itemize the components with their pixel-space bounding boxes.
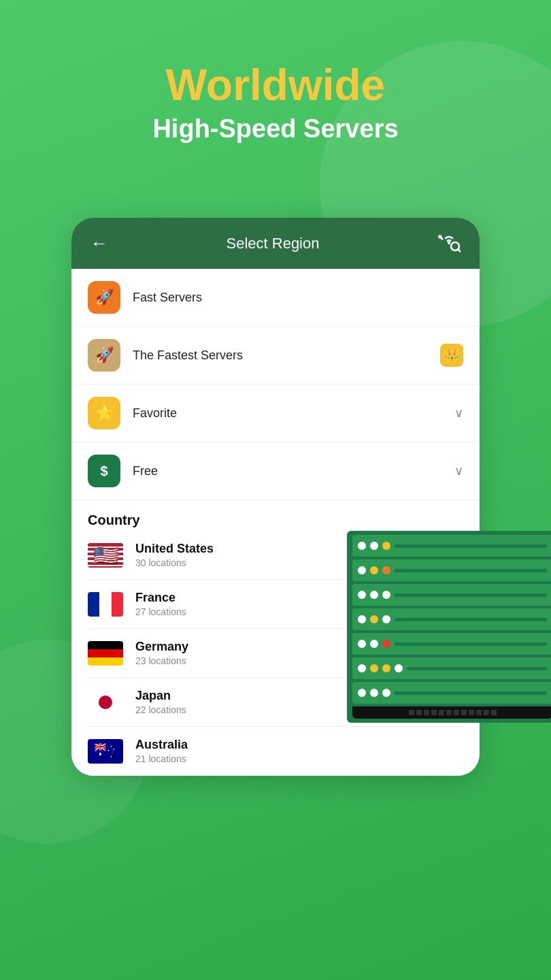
rack-row (352, 608, 551, 630)
rack-dot (370, 689, 378, 697)
rack-dot (370, 615, 378, 623)
rack-dot (370, 640, 378, 648)
hero-section: Worldwide High-Speed Servers (0, 0, 551, 144)
rack-dot (382, 615, 390, 623)
country-name-us: United States (135, 542, 214, 556)
country-info-us: United States 30 locations (135, 542, 214, 568)
crown-icon: 👑 (440, 344, 463, 367)
server-rack-illustration (347, 531, 551, 723)
rack-dot (382, 566, 390, 574)
rack-dot (358, 566, 366, 574)
country-name-au: Australia (135, 738, 188, 752)
free-label: Free (133, 464, 454, 478)
country-locs-au: 21 locations (135, 753, 188, 764)
wifi-search-icon (437, 234, 461, 253)
rack-row (352, 535, 551, 557)
rack-dot (370, 591, 378, 599)
wifi-search-icon-wrapper (437, 234, 461, 253)
header-title: Select Region (227, 235, 320, 252)
country-info-jp: Japan 22 locations (135, 689, 186, 715)
rack-dot (358, 664, 366, 672)
svg-line-4 (458, 249, 461, 252)
flag-jp (88, 690, 123, 715)
rack-dot (382, 591, 390, 599)
svg-point-2 (448, 242, 450, 244)
country-locs-us: 30 locations (135, 557, 214, 568)
rack-line (407, 667, 547, 670)
country-name-fr: France (135, 591, 186, 605)
rack-dot (382, 542, 390, 550)
fast-servers-label: Fast Servers (133, 291, 463, 305)
rack-line (395, 593, 547, 597)
rack-row (352, 657, 551, 679)
fastest-servers-item[interactable]: 🚀 The Fastest Servers 👑 (71, 327, 480, 385)
rack-dot (358, 591, 366, 599)
free-icon: $ (88, 455, 120, 487)
rack-row (352, 633, 551, 655)
favorite-label: Favorite (133, 406, 454, 421)
rack-row (352, 559, 551, 581)
free-item[interactable]: $ Free ∨ (71, 442, 480, 500)
country-info-de: Germany 23 locations (135, 640, 188, 666)
country-info-fr: France 27 locations (135, 591, 186, 617)
rack-dot (358, 640, 366, 648)
favorite-item[interactable]: ⭐ Favorite ∨ (71, 385, 480, 442)
country-locs-fr: 27 locations (135, 606, 186, 617)
flag-de (88, 641, 123, 666)
rack-row (352, 584, 551, 606)
rack-dot (370, 542, 378, 550)
rack-line (395, 544, 547, 548)
rack-dot (358, 689, 366, 697)
rack-dot (382, 640, 390, 648)
country-locs-jp: 22 locations (135, 704, 186, 715)
country-name-jp: Japan (135, 689, 186, 703)
country-info-au: Australia 21 locations (135, 738, 188, 764)
country-name-de: Germany (135, 640, 188, 654)
rack-base-lines (409, 710, 497, 715)
country-section-label: Country (88, 512, 463, 528)
rack-row (352, 682, 551, 704)
rack-dot (358, 615, 366, 623)
card-header: ← Select Region (71, 218, 480, 269)
fastest-servers-icon: 🚀 (88, 339, 120, 372)
country-item-au[interactable]: 🇦🇺 Australia 21 locations (88, 727, 463, 776)
rack-dot (382, 664, 390, 672)
flag-au: 🇦🇺 (88, 739, 123, 764)
rack-dot (370, 664, 378, 672)
fast-servers-item[interactable]: 🚀 Fast Servers (71, 269, 480, 327)
rack-dot (395, 664, 403, 672)
favorite-chevron: ∨ (454, 406, 463, 421)
rack-line (395, 642, 547, 646)
flag-fr (88, 592, 123, 617)
hero-title: Worldwide (0, 61, 551, 109)
free-chevron: ∨ (454, 463, 463, 478)
rack-line (395, 618, 547, 621)
fast-servers-icon: 🚀 (88, 281, 120, 314)
rack-line (395, 569, 547, 572)
rack-dot (358, 542, 366, 550)
flag-us: 🇺🇸 (88, 543, 123, 568)
back-button[interactable]: ← (90, 233, 108, 254)
rack-base (352, 706, 551, 719)
rack-dot (370, 566, 378, 574)
menu-list: 🚀 Fast Servers 🚀 The Fastest Servers 👑 ⭐… (71, 269, 480, 500)
favorite-icon: ⭐ (88, 397, 120, 429)
rack-line (395, 691, 547, 695)
fastest-servers-label: The Fastest Servers (133, 348, 440, 363)
country-locs-de: 23 locations (135, 655, 188, 666)
hero-subtitle: High-Speed Servers (0, 114, 551, 144)
rack-dot (382, 689, 390, 697)
